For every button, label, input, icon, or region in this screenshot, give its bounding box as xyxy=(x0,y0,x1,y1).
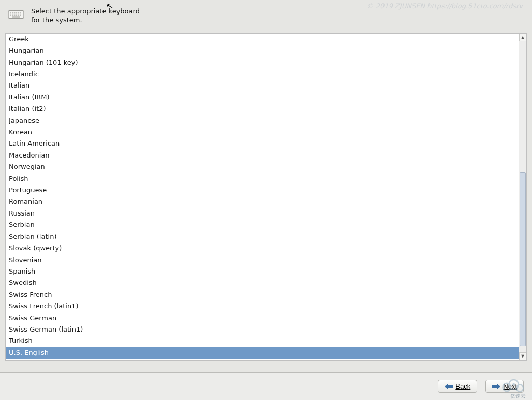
keyboard-option[interactable]: Latin American xyxy=(6,138,519,149)
keyboard-option[interactable]: Swiss German xyxy=(6,312,519,324)
keyboard-option[interactable]: Swiss German (latin1) xyxy=(6,324,519,335)
keyboard-option[interactable]: Swiss French xyxy=(6,289,519,301)
keyboard-option[interactable]: Spanish xyxy=(6,266,519,277)
next-button-label: Next xyxy=(503,382,517,390)
svg-rect-8 xyxy=(12,14,13,16)
keyboard-list[interactable]: GreekHungarianHungarian (101 key)Iceland… xyxy=(6,34,519,360)
svg-rect-9 xyxy=(14,14,16,16)
svg-rect-4 xyxy=(16,12,17,14)
svg-rect-3 xyxy=(14,12,16,14)
page-prompt: Select the appropriate keyboard for the … xyxy=(31,7,145,25)
svg-rect-6 xyxy=(20,12,21,14)
svg-rect-11 xyxy=(18,14,19,16)
keyboard-icon xyxy=(7,7,25,23)
keyboard-option[interactable]: Russian xyxy=(6,208,519,219)
scrollbar[interactable]: ▲ ▼ xyxy=(519,34,526,360)
keyboard-option[interactable]: Japanese xyxy=(6,115,519,126)
keyboard-option[interactable]: Serbian xyxy=(6,219,519,231)
keyboard-option[interactable]: Icelandic xyxy=(6,68,519,80)
keyboard-option[interactable]: Korean xyxy=(6,126,519,138)
svg-rect-10 xyxy=(16,14,17,16)
svg-rect-2 xyxy=(12,12,13,14)
next-button[interactable]: Next xyxy=(485,380,524,393)
svg-marker-14 xyxy=(445,383,453,389)
keyboard-option[interactable]: U.S. International xyxy=(6,359,519,360)
svg-rect-12 xyxy=(20,14,21,16)
arrow-left-icon xyxy=(445,383,453,390)
keyboard-option[interactable]: Hungarian xyxy=(6,45,519,56)
keyboard-option[interactable]: Slovak (qwerty) xyxy=(6,242,519,254)
header: Select the appropriate keyboard for the … xyxy=(0,0,532,29)
back-button[interactable]: Back xyxy=(438,380,477,393)
keyboard-option[interactable]: U.S. English xyxy=(6,347,519,359)
keyboard-option[interactable]: Turkish xyxy=(6,335,519,347)
keyboard-option[interactable]: Romanian xyxy=(6,196,519,207)
svg-rect-13 xyxy=(12,16,20,18)
keyboard-option[interactable]: Hungarian (101 key) xyxy=(6,57,519,68)
keyboard-option[interactable]: Polish xyxy=(6,173,519,184)
svg-rect-7 xyxy=(10,14,11,16)
keyboard-option[interactable]: Slovenian xyxy=(6,254,519,266)
keyboard-option[interactable]: Italian (it2) xyxy=(6,103,519,115)
scroll-thumb[interactable] xyxy=(520,172,526,346)
scroll-up-button[interactable]: ▲ xyxy=(519,34,526,41)
keyboard-option[interactable]: Swedish xyxy=(6,277,519,289)
arrow-right-icon xyxy=(492,383,500,390)
scroll-track[interactable] xyxy=(519,41,526,352)
keyboard-option[interactable]: Norwegian xyxy=(6,161,519,173)
keyboard-option[interactable]: Macedonian xyxy=(6,150,519,161)
svg-marker-15 xyxy=(492,383,500,389)
keyboard-option[interactable]: Greek xyxy=(6,34,519,45)
keyboard-option[interactable]: Portuguese xyxy=(6,184,519,196)
scroll-down-button[interactable]: ▼ xyxy=(519,352,526,360)
keyboard-option[interactable]: Swiss French (latin1) xyxy=(6,301,519,312)
keyboard-option[interactable]: Serbian (latin) xyxy=(6,231,519,242)
footer: Back Next xyxy=(0,372,532,400)
keyboard-list-container: GreekHungarianHungarian (101 key)Iceland… xyxy=(5,33,527,361)
keyboard-option[interactable]: Italian xyxy=(6,80,519,91)
keyboard-option[interactable]: Italian (IBM) xyxy=(6,92,519,103)
back-button-label: Back xyxy=(455,382,470,390)
svg-rect-1 xyxy=(10,12,11,14)
svg-rect-5 xyxy=(18,12,19,14)
